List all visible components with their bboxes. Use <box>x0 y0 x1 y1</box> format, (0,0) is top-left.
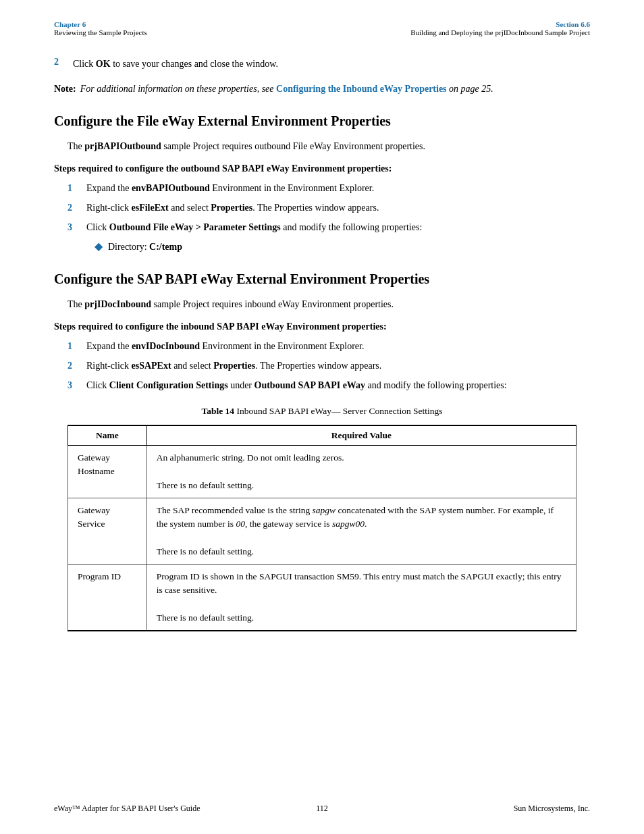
row2-name: Gateway Service <box>68 498 147 564</box>
properties-label: Properties <box>211 203 252 213</box>
section1-intro: The prjBAPIOutbound sample Project requi… <box>54 139 590 153</box>
prjIDocInbound-label: prjIDocInbound <box>84 299 151 309</box>
section2-step1: 1 Expand the envIDocInbound Environment … <box>68 339 590 353</box>
chapter-subtitle: Reviewing the Sample Projects <box>54 28 147 36</box>
outbound-sap: Outbound SAP BAPI eWay <box>254 380 366 390</box>
esSAPExt: esSAPExt <box>132 361 171 371</box>
envBAPIOutbound: envBAPIOutbound <box>132 183 210 193</box>
directory-value: C:/temp <box>149 242 182 252</box>
step2-num: 2 <box>68 201 81 215</box>
s2-step2-num: 2 <box>68 359 81 373</box>
sapgw00-italic: sapgw00 <box>332 519 365 529</box>
s2-step3-text: Click Client Configuration Settings unde… <box>86 378 507 392</box>
note-content: For additional information on these prop… <box>80 82 493 96</box>
section2-step2: 2 Right-click esSAPExt and select Proper… <box>68 359 590 373</box>
section2-intro: The prjIDocInbound sample Project requir… <box>54 297 590 311</box>
note-label: Note: <box>54 82 76 96</box>
s2-step2-text: Right-click esSAPExt and select Properti… <box>86 359 381 373</box>
zero-italic: 00 <box>236 519 245 529</box>
table-row: Gateway Service The SAP recommended valu… <box>68 498 576 564</box>
section1-steps-list: 1 Expand the envBAPIOutbound Environment… <box>54 181 590 234</box>
section2-steps-heading: Steps required to configure the inbound … <box>54 319 590 334</box>
step1-text: Expand the envBAPIOutbound Environment i… <box>86 181 374 195</box>
footer-left: eWay™ Adapter for SAP BAPI User's Guide <box>54 804 200 814</box>
step-ok-num: 2 <box>54 57 68 71</box>
section-label: Section 6.6 <box>556 20 590 28</box>
s2-step3-num: 3 <box>68 378 81 392</box>
chapter-label: Chapter 6 <box>54 20 86 28</box>
main-content: 2 Click OK to save your changes and clos… <box>0 43 644 672</box>
section1-step3: 3 Click Outbound File eWay > Parameter S… <box>68 220 590 234</box>
ok-bold: OK <box>96 59 111 69</box>
table-row: Gateway Hostname An alphanumeric string.… <box>68 446 576 498</box>
header-right: Section 6.6 Building and Deploying the p… <box>410 20 590 36</box>
footer-page-number: 112 <box>316 804 328 814</box>
section-subtitle: Building and Deploying the prjIDocInboun… <box>410 28 590 36</box>
envIDocInbound: envIDocInbound <box>132 341 200 351</box>
note-page: on page 25. <box>447 84 493 94</box>
page: Chapter 6 Reviewing the Sample Projects … <box>0 0 644 834</box>
row2-value: The SAP recommended value is the string … <box>146 498 576 564</box>
header-left: Chapter 6 Reviewing the Sample Projects <box>54 20 147 36</box>
s2-step1-text: Expand the envIDocInbound Environment in… <box>86 339 364 353</box>
section1-heading: Configure the File eWay External Environ… <box>54 112 590 130</box>
bullet-icon: ◆ <box>95 240 103 254</box>
step-ok: 2 Click OK to save your changes and clos… <box>54 57 590 71</box>
step3-num: 3 <box>68 220 81 234</box>
row1-value: An alphanumeric string. Do not omit lead… <box>146 446 576 498</box>
footer-right: Sun Microsystems, Inc. <box>514 804 590 814</box>
section2-heading: Configure the SAP BAPI eWay External Env… <box>54 270 590 288</box>
table-caption-text: Inbound SAP BAPI eWay— Server Connection… <box>234 406 443 416</box>
bullet-text: Directory: C:/temp <box>108 240 182 254</box>
step3-text: Click Outbound File eWay > Parameter Set… <box>86 220 422 234</box>
outbound-param: Outbound File eWay > Parameter Settings <box>109 222 281 232</box>
section1-steps-heading: Steps required to configure the outbound… <box>54 161 590 176</box>
table-caption: Table 14 Inbound SAP BAPI eWay— Server C… <box>68 406 576 417</box>
step-ok-text: Click OK to save your changes and close … <box>73 57 590 71</box>
section1-step2: 2 Right-click esFileExt and select Prope… <box>68 201 590 215</box>
page-header: Chapter 6 Reviewing the Sample Projects … <box>0 0 644 43</box>
col-header-value: Required Value <box>146 425 576 446</box>
row1-name: Gateway Hostname <box>68 446 147 498</box>
note-text-italic: For additional information on these prop… <box>80 84 276 94</box>
server-connection-table: Name Required Value Gateway Hostname An … <box>68 425 576 631</box>
row3-value: Program ID is shown in the SAPGUI transa… <box>146 564 576 631</box>
step2-text: Right-click esFileExt and select Propert… <box>86 201 379 215</box>
prjBAPIOutbound-label: prjBAPIOutbound <box>84 141 161 151</box>
row3-name: Program ID <box>68 564 147 631</box>
note-block: Note: For additional information on thes… <box>54 82 590 96</box>
section2-step3: 3 Click Client Configuration Settings un… <box>68 378 590 392</box>
section1-bullet-list: ◆ Directory: C:/temp <box>54 240 590 254</box>
step1-num: 1 <box>68 181 81 195</box>
section1-step1: 1 Expand the envBAPIOutbound Environment… <box>68 181 590 195</box>
client-config: Client Configuration Settings <box>109 380 228 390</box>
note-link[interactable]: Configuring the Inbound eWay Properties <box>276 84 447 94</box>
sapgw-italic: sapgw <box>313 505 336 515</box>
table-header-row: Name Required Value <box>68 425 576 446</box>
s2-properties-label: Properties <box>213 361 255 371</box>
s2-step1-num: 1 <box>68 339 81 353</box>
col-header-name: Name <box>68 425 147 446</box>
bullet-directory: ◆ Directory: C:/temp <box>95 240 590 254</box>
esFileExt: esFileExt <box>132 203 169 213</box>
section2-steps-list: 1 Expand the envIDocInbound Environment … <box>54 339 590 392</box>
table-row: Program ID Program ID is shown in the SA… <box>68 564 576 631</box>
table-label: Table 14 <box>201 406 234 416</box>
table-wrapper: Table 14 Inbound SAP BAPI eWay— Server C… <box>68 406 576 631</box>
